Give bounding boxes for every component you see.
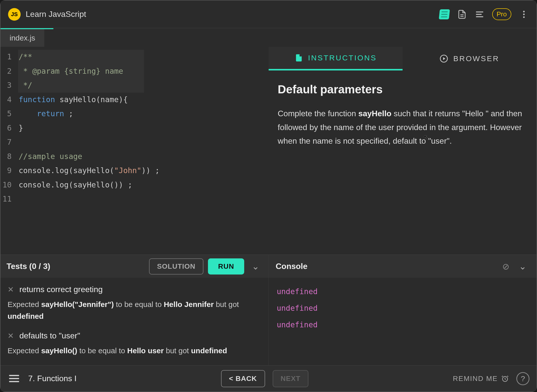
- console-output: undefinedundefinedundefined: [269, 278, 536, 365]
- back-button[interactable]: < BACK: [221, 370, 265, 387]
- tests-collapse-icon[interactable]: ⌄: [249, 261, 262, 272]
- instructions-heading: Default parameters: [278, 80, 527, 99]
- svg-marker-9: [443, 57, 446, 60]
- svg-point-5: [523, 11, 525, 12]
- test-item[interactable]: ✕defaults to "user"Expected sayHello() t…: [8, 327, 261, 361]
- bottom-bar: 7. Functions I < BACK NEXT REMIND ME ?: [1, 365, 536, 391]
- menu-icon[interactable]: [8, 373, 21, 384]
- pro-badge[interactable]: Pro: [492, 8, 511, 20]
- console-bar: Console ⊘ ⌄: [269, 255, 536, 278]
- next-button[interactable]: NEXT: [273, 370, 309, 387]
- clear-console-icon[interactable]: ⊘: [502, 261, 509, 271]
- run-button[interactable]: RUN: [208, 258, 244, 275]
- tab-instructions-label: INSTRUCTIONS: [308, 54, 377, 62]
- code-editor[interactable]: 1234567891011 /** * @param {string} name…: [1, 47, 269, 255]
- svg-point-7: [523, 16, 525, 18]
- svg-point-6: [523, 13, 525, 15]
- remind-me-button[interactable]: REMIND ME: [453, 375, 509, 383]
- code-area[interactable]: /** * @param {string} name */function sa…: [16, 50, 269, 255]
- instructions-pane: Default parameters Complete the function…: [269, 70, 536, 255]
- test-item[interactable]: ✕returns correct greetingExpected sayHel…: [8, 280, 261, 327]
- tests-title: Tests (0 / 3): [7, 262, 145, 271]
- help-button[interactable]: ?: [516, 372, 529, 385]
- file-tab[interactable]: index.js: [1, 29, 44, 47]
- console-line: undefined: [277, 300, 528, 317]
- app-title: Learn JavaScript: [26, 10, 86, 19]
- console-title: Console: [276, 262, 502, 271]
- tab-browser[interactable]: BROWSER: [403, 47, 536, 70]
- line-gutter: 1234567891011: [1, 50, 16, 255]
- test-name: defaults to "user": [19, 331, 80, 340]
- tab-browser-label: BROWSER: [453, 54, 499, 63]
- solution-button[interactable]: SOLUTION: [149, 258, 204, 275]
- tab-instructions[interactable]: INSTRUCTIONS: [269, 47, 403, 70]
- test-detail: Expected sayHello() to be equal to Hello…: [8, 345, 261, 357]
- console-collapse-icon[interactable]: ⌄: [516, 261, 529, 272]
- right-tabs: INSTRUCTIONS BROWSER: [269, 47, 536, 70]
- alarm-icon: [501, 375, 509, 382]
- console-line: undefined: [277, 283, 528, 300]
- flashcards-icon[interactable]: [439, 9, 449, 19]
- console-line: undefined: [277, 317, 528, 333]
- header: JS Learn JavaScript Pro: [1, 1, 536, 28]
- more-menu-icon[interactable]: [519, 9, 529, 19]
- tests-list[interactable]: ✕returns correct greetingExpected sayHel…: [1, 278, 268, 365]
- fail-icon: ✕: [8, 331, 14, 340]
- app-logo: JS: [8, 8, 21, 21]
- lesson-title: 7. Functions I: [28, 374, 77, 383]
- tests-bar: Tests (0 / 3) SOLUTION RUN ⌄: [1, 255, 268, 278]
- toc-icon[interactable]: [475, 9, 485, 19]
- test-name: returns correct greeting: [19, 285, 103, 294]
- fail-icon: ✕: [8, 285, 14, 294]
- instructions-body: Complete the function sayHello such that…: [278, 107, 527, 148]
- notes-icon[interactable]: [457, 9, 467, 19]
- test-detail: Expected sayHello("Jennifer") to be equa…: [8, 299, 261, 322]
- file-tab-bar: index.js: [1, 28, 53, 47]
